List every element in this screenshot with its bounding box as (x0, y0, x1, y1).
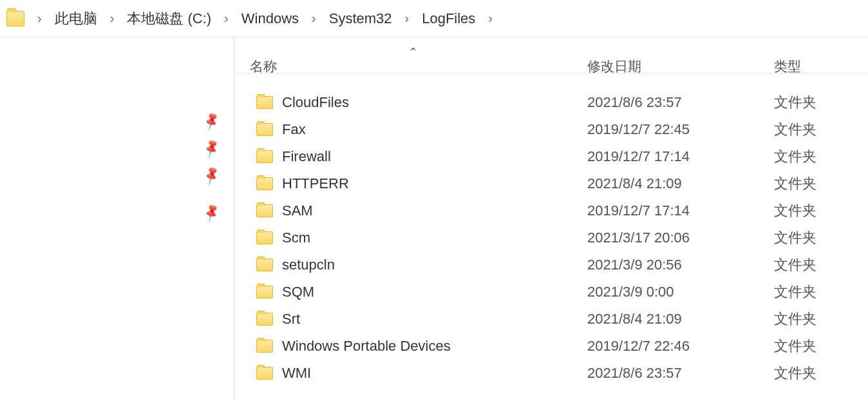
pin-icon[interactable]: 📌 (201, 110, 223, 132)
file-name: Firewall (282, 148, 331, 165)
file-name-cell: CloudFiles (234, 94, 577, 111)
folder-icon[interactable] (6, 11, 24, 26)
file-name-cell: setupcln (234, 257, 577, 273)
content-area: 📌 📌 📌 📌 ⌃ 名称 修改日期 类型 CloudFiles2021/8/6 … (0, 37, 868, 401)
file-name: CloudFiles (282, 94, 349, 111)
file-name: WMI (282, 365, 311, 382)
main-panel: ⌃ 名称 修改日期 类型 CloudFiles2021/8/6 23:57文件夹… (234, 37, 868, 401)
file-type: 文件夹 (764, 174, 816, 193)
column-header-date[interactable]: 修改日期 (577, 57, 764, 75)
folder-icon (256, 231, 273, 244)
file-row[interactable]: setupcln2021/3/9 20:56文件夹 (234, 251, 868, 279)
file-row[interactable]: CloudFiles2021/8/6 23:57文件夹 (234, 89, 868, 116)
file-date: 2019/12/7 17:14 (577, 202, 764, 219)
pin-icon[interactable]: 📌 (201, 137, 223, 159)
file-row[interactable]: WMI2021/8/6 23:57文件夹 (234, 360, 868, 387)
breadcrumb-item-windows[interactable]: Windows (239, 9, 301, 28)
file-name: Srt (282, 311, 300, 328)
file-row[interactable]: Fax2019/12/7 22:45文件夹 (234, 116, 868, 143)
file-date: 2019/12/7 22:46 (577, 338, 764, 355)
chevron-right-icon[interactable]: › (31, 11, 48, 26)
folder-icon (256, 340, 273, 353)
file-date: 2021/8/4 21:09 (577, 311, 764, 328)
breadcrumb-item-pc[interactable]: 此电脑 (52, 8, 100, 30)
file-name-cell: Srt (234, 311, 577, 328)
folder-icon (256, 204, 273, 217)
file-date: 2019/12/7 17:14 (577, 148, 764, 165)
file-name: Fax (282, 121, 306, 138)
file-date: 2019/12/7 22:45 (577, 121, 764, 138)
pin-icon[interactable]: 📌 (201, 164, 223, 186)
file-row[interactable]: Scm2021/3/17 20:06文件夹 (234, 224, 868, 251)
chevron-right-icon[interactable]: › (399, 11, 416, 26)
folder-icon (256, 150, 273, 163)
folder-icon (256, 286, 273, 298)
file-date: 2021/3/9 0:00 (577, 284, 764, 300)
breadcrumb-item-logfiles[interactable]: LogFiles (419, 9, 478, 28)
file-name-cell: Firewall (234, 148, 577, 165)
file-type: 文件夹 (764, 120, 816, 139)
column-headers: 名称 修改日期 类型 (234, 37, 868, 73)
file-date: 2021/8/6 23:57 (577, 94, 764, 111)
file-type: 文件夹 (764, 93, 816, 112)
breadcrumb-item-drive[interactable]: 本地磁盘 (C:) (124, 8, 214, 30)
file-date: 2021/3/17 20:06 (577, 230, 764, 246)
chevron-right-icon[interactable]: › (218, 11, 235, 26)
file-row[interactable]: HTTPERR2021/8/4 21:09文件夹 (234, 170, 868, 197)
file-name-cell: Windows Portable Devices (234, 338, 577, 355)
file-type: 文件夹 (764, 282, 816, 302)
file-name: SQM (282, 284, 314, 300)
file-name-cell: HTTPERR (234, 175, 577, 192)
chevron-up-icon[interactable]: ⌃ (408, 45, 418, 59)
sidebar: 📌 📌 📌 📌 (0, 37, 234, 401)
file-row[interactable]: Windows Portable Devices2019/12/7 22:46文… (234, 333, 868, 360)
pin-icon[interactable]: 📌 (201, 202, 223, 223)
file-type: 文件夹 (764, 228, 816, 248)
file-type: 文件夹 (764, 309, 816, 329)
file-name-cell: Fax (234, 121, 577, 138)
file-type: 文件夹 (764, 201, 816, 220)
file-name-cell: SQM (234, 284, 577, 300)
file-type: 文件夹 (764, 255, 816, 275)
file-name-cell: WMI (234, 365, 577, 382)
file-name: HTTPERR (282, 175, 349, 192)
file-date: 2021/3/9 20:56 (577, 257, 764, 273)
file-row[interactable]: SAM2019/12/7 17:14文件夹 (234, 197, 868, 224)
file-type: 文件夹 (764, 337, 816, 356)
column-header-type[interactable]: 类型 (764, 57, 801, 75)
file-row[interactable]: Firewall2019/12/7 17:14文件夹 (234, 143, 868, 170)
chevron-right-icon[interactable]: › (482, 11, 499, 26)
folder-icon (256, 259, 273, 271)
folder-icon (256, 177, 273, 190)
file-name-cell: Scm (234, 230, 577, 246)
file-name: Windows Portable Devices (282, 338, 451, 355)
file-date: 2021/8/4 21:09 (577, 175, 764, 192)
file-row[interactable]: SQM2021/3/9 0:00文件夹 (234, 279, 868, 306)
file-name: SAM (282, 202, 313, 219)
folder-icon (256, 123, 273, 136)
file-name: setupcln (282, 257, 335, 273)
breadcrumb-item-system32[interactable]: System32 (326, 9, 395, 28)
file-name-cell: SAM (234, 202, 577, 219)
file-row[interactable]: Srt2021/8/4 21:09文件夹 (234, 306, 868, 333)
file-type: 文件夹 (764, 364, 816, 383)
chevron-right-icon[interactable]: › (104, 11, 121, 26)
folder-icon (256, 367, 273, 380)
column-header-name[interactable]: 名称 (234, 57, 577, 75)
file-type: 文件夹 (764, 147, 816, 166)
breadcrumb: › 此电脑 › 本地磁盘 (C:) › Windows › System32 ›… (0, 0, 868, 37)
chevron-right-icon[interactable]: › (305, 11, 323, 26)
file-date: 2021/8/6 23:57 (577, 365, 764, 382)
file-list: CloudFiles2021/8/6 23:57文件夹Fax2019/12/7 … (234, 73, 868, 387)
folder-icon (256, 313, 273, 326)
file-name: Scm (282, 230, 310, 246)
folder-icon (256, 96, 273, 109)
